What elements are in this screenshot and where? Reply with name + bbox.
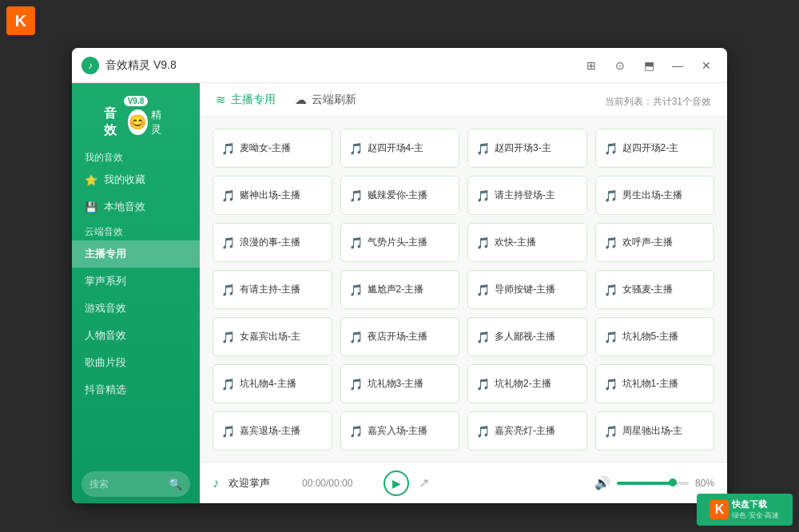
wm-tagline: 绿色·安全·高速 bbox=[732, 510, 779, 521]
sound-button[interactable]: 🎵周星驰出场-主 bbox=[595, 411, 715, 451]
close-button[interactable]: ✕ bbox=[695, 54, 718, 77]
sound-btn-icon: 🎵 bbox=[349, 236, 363, 249]
main-layout: V9.8 音效 😊 精灵 我的音效 ⭐ 我的收藏 💾 本地音效 云端音效 bbox=[72, 83, 727, 503]
sound-btn-icon: 🎵 bbox=[476, 142, 490, 155]
sidebar-item-favorites[interactable]: ⭐ 我的收藏 bbox=[72, 166, 200, 193]
topleft-k-logo: K bbox=[6, 6, 35, 35]
sound-btn-label: 气势片头-主播 bbox=[368, 236, 428, 249]
sidebar-item-song[interactable]: 歌曲片段 bbox=[72, 349, 200, 376]
sound-button[interactable]: 🎵气势片头-主播 bbox=[340, 223, 460, 262]
sidebar-item-local[interactable]: 💾 本地音效 bbox=[72, 193, 200, 220]
sound-btn-icon: 🎵 bbox=[604, 331, 618, 343]
sound-button[interactable]: 🎵嘉宾入场-主播 bbox=[340, 411, 460, 451]
corner-watermark: K 快盘下载 绿色·安全·高速 bbox=[697, 494, 793, 526]
sound-button[interactable]: 🎵浪漫的事-主播 bbox=[213, 223, 332, 262]
favorites-icon: ⭐ bbox=[85, 173, 97, 186]
sound-btn-label: 坑礼物5-主播 bbox=[622, 330, 679, 343]
sound-button[interactable]: 🎵女骚麦-主播 bbox=[595, 270, 715, 309]
sound-button[interactable]: 🎵欢呼声-主播 bbox=[595, 223, 715, 262]
logo-face: 😊 bbox=[128, 109, 149, 135]
sound-button[interactable]: 🎵坑礼物3-主播 bbox=[340, 364, 460, 403]
sound-btn-icon: 🎵 bbox=[476, 378, 490, 391]
logo-icon: 音效 😊 精灵 bbox=[104, 108, 168, 137]
sound-btn-label: 有请主持-主播 bbox=[240, 283, 300, 296]
sidebar-logo: V9.8 音效 😊 精灵 bbox=[72, 83, 200, 146]
sound-btn-icon: 🎵 bbox=[349, 189, 363, 202]
list-info: 当前列表：共计31个音效 bbox=[605, 95, 711, 109]
sidebar-item-applause[interactable]: 掌声系列 bbox=[72, 268, 200, 295]
sound-btn-label: 多人鄙视-主播 bbox=[495, 330, 555, 343]
search-input[interactable] bbox=[89, 478, 164, 490]
app-title: 音效精灵 V9.8 bbox=[105, 58, 580, 73]
app-logo: ♪ bbox=[81, 57, 99, 74]
sound-btn-label: 请主持登场-主 bbox=[495, 189, 555, 202]
applause-label: 掌声系列 bbox=[85, 274, 126, 288]
sound-button[interactable]: 🎵夜店开场-主播 bbox=[340, 317, 460, 356]
sound-button[interactable]: 🎵尴尬声2-主播 bbox=[340, 270, 460, 309]
version-badge: V9.8 bbox=[124, 96, 149, 106]
sound-button[interactable]: 🎵贼辣爱你-主播 bbox=[340, 176, 460, 215]
player-time: 00:00/00:00 bbox=[302, 478, 374, 489]
sound-button[interactable]: 🎵有请主持-主播 bbox=[213, 270, 332, 309]
sound-button[interactable]: 🎵坑礼物1-主播 bbox=[595, 364, 715, 403]
sound-button[interactable]: 🎵坑礼物4-主播 bbox=[213, 364, 332, 403]
sound-button[interactable]: 🎵赌神出场-主播 bbox=[213, 176, 332, 215]
sound-btn-label: 尴尬声2-主播 bbox=[368, 283, 424, 296]
volume-bar[interactable] bbox=[617, 482, 689, 485]
sound-btn-label: 贼辣爱你-主播 bbox=[368, 189, 428, 202]
sound-btn-icon: 🎵 bbox=[476, 284, 490, 296]
sidebar: V9.8 音效 😊 精灵 我的音效 ⭐ 我的收藏 💾 本地音效 云端音效 bbox=[72, 83, 200, 503]
sound-btn-label: 坑礼物1-主播 bbox=[622, 377, 679, 391]
sidebar-item-anchor[interactable]: 主播专用 bbox=[72, 240, 200, 268]
tab-cloud-refresh[interactable]: ☁ 云端刷新 bbox=[295, 93, 356, 110]
sound-btn-label: 男生出场-主播 bbox=[622, 189, 683, 202]
sound-btn-label: 赵四开场2-主 bbox=[622, 141, 679, 155]
minimize-button[interactable]: — bbox=[666, 54, 689, 77]
sound-button[interactable]: 🎵请主持登场-主 bbox=[467, 176, 587, 215]
title-bar: ♪ 音效精灵 V9.8 ⊞ ⊙ ⬒ — ✕ bbox=[72, 48, 727, 83]
sound-btn-icon: 🎵 bbox=[604, 425, 618, 438]
sound-button[interactable]: 🎵坑礼物2-主播 bbox=[467, 364, 587, 403]
share-track-icon[interactable]: ↗ bbox=[419, 475, 429, 490]
sound-button[interactable]: 🎵嘉宾退场-主播 bbox=[213, 411, 332, 451]
sound-button[interactable]: 🎵赵四开场3-主 bbox=[467, 129, 587, 168]
sound-btn-icon: 🎵 bbox=[349, 331, 363, 343]
sidebar-item-douyin[interactable]: 抖音精选 bbox=[72, 376, 200, 403]
sound-button[interactable]: 🎵坑礼物5-主播 bbox=[595, 317, 715, 356]
grid-view-button[interactable]: ⊞ bbox=[580, 54, 602, 77]
search-icon: 🔍 bbox=[169, 478, 182, 490]
sound-btn-label: 坑礼物4-主播 bbox=[240, 377, 296, 391]
favorites-label: 我的收藏 bbox=[104, 173, 145, 187]
tab-anchor-special[interactable]: ≋ 主播专用 bbox=[216, 93, 276, 110]
tab2-icon: ☁ bbox=[295, 93, 307, 107]
sound-btn-label: 坑礼物3-主播 bbox=[368, 377, 424, 391]
sound-button[interactable]: 🎵赵四开场2-主 bbox=[595, 129, 715, 168]
character-label: 人物音效 bbox=[85, 328, 126, 343]
share-button[interactable]: ⬒ bbox=[638, 54, 660, 77]
cloud-sounds-label: 云端音效 bbox=[72, 220, 200, 240]
sound-btn-label: 赌神出场-主播 bbox=[240, 189, 300, 202]
play-button[interactable]: ▶ bbox=[384, 470, 409, 496]
sound-btn-label: 导师按键-主播 bbox=[495, 283, 555, 296]
sound-btn-label: 欢呼声-主播 bbox=[622, 236, 674, 249]
sound-button[interactable]: 🎵女嘉宾出场-主 bbox=[213, 317, 332, 356]
sidebar-search-bar: 🔍 bbox=[81, 471, 190, 497]
tab1-label: 主播专用 bbox=[231, 93, 276, 107]
sound-button[interactable]: 🎵男生出场-主播 bbox=[595, 176, 715, 215]
volume-handle[interactable] bbox=[669, 478, 677, 486]
sidebar-item-character[interactable]: 人物音效 bbox=[72, 322, 200, 349]
sound-button[interactable]: 🎵麦呦女-主播 bbox=[213, 129, 332, 168]
sound-button[interactable]: 🎵欢快-主播 bbox=[467, 223, 587, 262]
wm-text-block: 快盘下载 绿色·安全·高速 bbox=[732, 498, 779, 521]
sound-button[interactable]: 🎵赵四开场4-主 bbox=[340, 129, 460, 168]
sound-button[interactable]: 🎵导师按键-主播 bbox=[467, 270, 587, 309]
sound-btn-icon: 🎵 bbox=[604, 284, 618, 296]
sound-btn-label: 周星驰出场-主 bbox=[622, 424, 683, 438]
sound-btn-icon: 🎵 bbox=[604, 189, 618, 202]
sound-button[interactable]: 🎵嘉宾亮灯-主播 bbox=[467, 411, 587, 451]
sound-button[interactable]: 🎵多人鄙视-主播 bbox=[467, 317, 587, 356]
sound-btn-label: 赵四开场4-主 bbox=[368, 141, 424, 155]
tab1-icon: ≋ bbox=[216, 93, 226, 107]
settings-button[interactable]: ⊙ bbox=[609, 54, 631, 77]
sidebar-item-game[interactable]: 游戏音效 bbox=[72, 295, 200, 322]
